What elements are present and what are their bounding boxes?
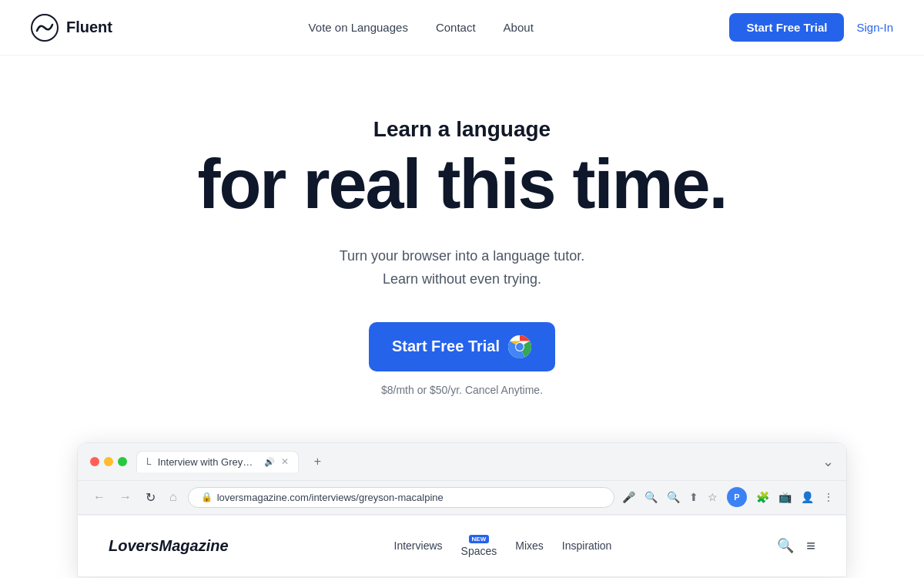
minimize-button-dot[interactable] (104, 457, 113, 466)
main-nav: Vote on Languages Contact About (309, 21, 534, 34)
svg-point-3 (516, 343, 524, 351)
browser-collapse-icon[interactable]: ⌄ (822, 453, 834, 470)
spaces-new-badge: NEW (469, 535, 490, 543)
site-nav-inspiration[interactable]: Inspiration (562, 539, 612, 552)
browser-nav-bar: ← → ↻ ⌂ 🔒 loversmagazine.com/interviews/… (78, 481, 846, 515)
tab-favicon-icon: L (146, 456, 152, 467)
nav-contact[interactable]: Contact (436, 21, 476, 34)
microphone-icon[interactable]: 🎤 (622, 491, 635, 503)
bookmark-icon[interactable]: ☆ (708, 491, 718, 503)
hero-description-line2: Learn without even trying. (340, 267, 585, 291)
browser-extension-actions: 🎤 🔍 🔍 ⬆ ☆ P 🧩 📺 👤 ⋮ (622, 487, 834, 507)
address-bar[interactable]: 🔒 loversmagazine.com/interviews/greyson-… (188, 487, 614, 508)
more-options-icon[interactable]: ⋮ (823, 491, 834, 503)
nav-vote-on-languages[interactable]: Vote on Languages (309, 21, 408, 34)
site-nav-mixes-label: Mixes (515, 539, 544, 552)
lock-icon: 🔒 (201, 492, 213, 502)
signin-link[interactable]: Sign-In (856, 21, 893, 34)
hero-title: for real this time. (197, 148, 726, 221)
browser-mockup: L Interview with Greyson Ma 🔊 ✕ + ⌄ ← → … (77, 442, 847, 577)
site-nav-mixes[interactable]: Mixes (515, 539, 544, 552)
hero-subtitle: Learn a language (373, 117, 551, 142)
zoom-decrease-icon[interactable]: 🔍 (644, 491, 658, 503)
profile-avatar[interactable]: P (727, 487, 747, 507)
site-nav-inspiration-label: Inspiration (562, 539, 612, 552)
nav-about[interactable]: About (504, 21, 534, 34)
logo-text: Fluent (66, 18, 112, 36)
tab-close-icon[interactable]: ✕ (281, 456, 289, 467)
site-search-icon[interactable]: 🔍 (777, 537, 794, 554)
address-url: loversmagazine.com/interviews/greyson-ma… (217, 492, 444, 503)
browser-forward-button[interactable]: → (116, 487, 135, 507)
site-nav-spaces-label: Spaces (461, 545, 497, 557)
pricing-note: $8/mth or $50/yr. Cancel Anytime. (381, 384, 543, 396)
site-nav-interviews[interactable]: Interviews (394, 539, 443, 552)
logo-icon (31, 14, 59, 42)
cta-button-label: Start Free Trial (392, 338, 500, 355)
site-menu-icon[interactable]: ≡ (806, 537, 815, 555)
user-icon[interactable]: 👤 (801, 491, 814, 503)
zoom-increase-icon[interactable]: 🔍 (667, 491, 680, 503)
browser-home-button[interactable]: ⌂ (166, 487, 180, 507)
site-navigation: Interviews NEW Spaces Mixes Inspiration (394, 535, 612, 557)
extensions-icon[interactable]: 🧩 (756, 491, 769, 503)
browser-tab-bar: L Interview with Greyson Ma 🔊 ✕ + ⌄ (78, 443, 846, 481)
cta-button-wrapper: Start Free Trial (369, 322, 555, 371)
chrome-icon (507, 334, 532, 359)
logo[interactable]: Fluent (31, 14, 112, 42)
hero-description-line1: Turn your browser into a language tutor. (340, 244, 585, 268)
new-tab-button[interactable]: + (308, 452, 327, 472)
tab-title: Interview with Greyson Ma (158, 456, 258, 468)
site-logo: LoversMagazine (109, 537, 229, 555)
hero-section: Learn a language for real this time. Tur… (0, 55, 924, 442)
header: Fluent Vote on Languages Contact About S… (0, 0, 924, 55)
site-nav-spaces[interactable]: NEW Spaces (461, 535, 497, 557)
hero-description: Turn your browser into a language tutor.… (340, 244, 585, 291)
hero-start-free-trial-button[interactable]: Start Free Trial (369, 322, 555, 371)
browser-traffic-lights (90, 457, 127, 466)
maximize-button-dot[interactable] (118, 457, 127, 466)
browser-back-button[interactable]: ← (90, 487, 109, 507)
header-start-free-trial-button[interactable]: Start Free Trial (729, 13, 844, 42)
browser-refresh-button[interactable]: ↻ (142, 487, 159, 508)
browser-content: LoversMagazine Interviews NEW Spaces Mix… (78, 515, 846, 576)
cast-icon[interactable]: 📺 (778, 491, 792, 503)
share-icon[interactable]: ⬆ (689, 491, 698, 503)
tab-audio-icon: 🔊 (264, 457, 275, 467)
header-actions: Start Free Trial Sign-In (729, 13, 893, 42)
close-button-dot[interactable] (90, 457, 99, 466)
site-nav-interviews-label: Interviews (394, 539, 443, 552)
browser-tab[interactable]: L Interview with Greyson Ma 🔊 ✕ (136, 451, 299, 472)
